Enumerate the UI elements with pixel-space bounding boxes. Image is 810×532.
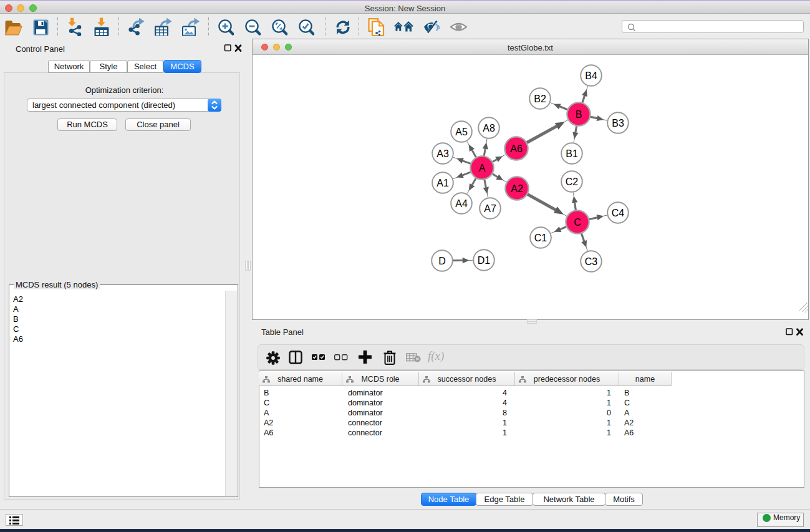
svg-text:A6: A6 bbox=[510, 143, 523, 154]
svg-text:A3: A3 bbox=[436, 148, 449, 159]
svg-text:C2: C2 bbox=[566, 177, 579, 187]
svg-text:C4: C4 bbox=[612, 208, 625, 218]
svg-text:D1: D1 bbox=[478, 255, 491, 266]
svg-text:C3: C3 bbox=[585, 256, 598, 267]
svg-text:A5: A5 bbox=[455, 127, 468, 137]
svg-text:C: C bbox=[574, 217, 581, 228]
svg-text:A7: A7 bbox=[484, 203, 496, 214]
svg-text:A1: A1 bbox=[436, 178, 449, 188]
svg-text:C1: C1 bbox=[534, 233, 547, 243]
svg-text:B2: B2 bbox=[534, 94, 546, 104]
svg-text:A4: A4 bbox=[455, 198, 468, 209]
svg-text:A2: A2 bbox=[511, 183, 523, 194]
svg-text:B: B bbox=[576, 109, 582, 120]
svg-text:D: D bbox=[438, 256, 446, 266]
svg-text:A: A bbox=[479, 163, 486, 173]
svg-text:B3: B3 bbox=[612, 118, 624, 128]
svg-text:A8: A8 bbox=[483, 123, 495, 133]
svg-text:B1: B1 bbox=[566, 148, 578, 159]
svg-text:B4: B4 bbox=[585, 70, 597, 81]
